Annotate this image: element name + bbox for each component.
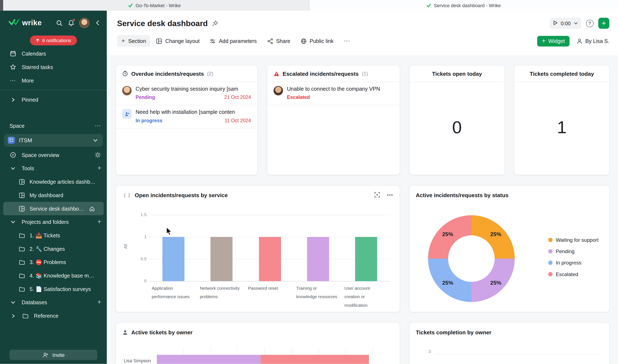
add-project-icon[interactable]: + [97, 218, 101, 226]
sidebar-item-space-overview[interactable]: Space overview [0, 148, 107, 162]
user-avatar[interactable] [79, 18, 90, 28]
chevron-right-icon [10, 96, 17, 103]
space-selector[interactable]: ITSM [4, 134, 103, 147]
change-layout-label: Change layout [165, 38, 200, 44]
pin-icon[interactable] [212, 20, 218, 27]
sidebar-item-tickets[interactable]: 1. 📥 Tickets [0, 229, 107, 242]
add-widget-button[interactable]: + Widget [537, 36, 570, 47]
widget-escalated-incidents: Escalated incidents/requests (1) Unable … [267, 65, 400, 175]
sidebar-section-tools[interactable]: Tools + [0, 162, 107, 175]
browser-tab-go-to-market[interactable]: Go-To-Market - Wrike [0, 0, 309, 11]
x-tick: Application performance issues [149, 284, 197, 310]
ticket-row[interactable]: Unable to connect to the company VPN Esc… [267, 82, 400, 105]
browser-tab-service-desk[interactable]: Service desk dashboard - Wrike [309, 0, 618, 11]
sidebar-section-pinned[interactable]: Pinned [0, 93, 107, 106]
notifications-pill[interactable]: 6 notifications [30, 36, 77, 45]
sidebar-item-calendars[interactable]: Calendars [0, 47, 107, 60]
x-tick: User account creation or modification [342, 284, 390, 310]
dashboard-icon [18, 205, 25, 212]
add-section-button[interactable]: + Section [117, 35, 150, 47]
focus-mode-icon[interactable] [374, 192, 380, 199]
assignee-avatar [122, 86, 132, 95]
invite-button[interactable]: Invite [10, 350, 97, 360]
folder-icon [18, 245, 25, 252]
sidebar-section-space[interactable]: Space ⋯ [0, 119, 107, 132]
space-more-icon[interactable]: ⋯ [95, 123, 101, 129]
ticket-row[interactable]: Cyber security training session inquiry … [116, 82, 258, 105]
add-parameters-button[interactable]: Add parameters [206, 35, 261, 47]
projects-label: Projects and folders [22, 219, 69, 225]
sidebar-item-label: 5. 📄 Satisfaction surveys [30, 286, 91, 292]
status-badge: Pending [136, 95, 155, 100]
sidebar-item-label: 4. 📚 Knowledge base m… [30, 273, 94, 279]
dashboard-owner[interactable]: By Lisa S. [577, 38, 609, 44]
legend-item-pending[interactable]: Pending [548, 248, 598, 254]
folder-icon [22, 312, 29, 319]
ticket-title: Unable to connect to the company VPN [287, 86, 393, 92]
sidebar-item-service-desk-dashboard[interactable]: Service desk dashbo… [3, 202, 104, 215]
notification-dot [73, 18, 75, 21]
bar-password-reset[interactable] [259, 237, 281, 281]
search-icon[interactable] [55, 19, 63, 26]
x-tick: Training or knowledge resources [294, 284, 342, 310]
sidebar-item-knowledge-base[interactable]: 4. 📚 Knowledge base m… [0, 269, 107, 282]
x-axis-labels: Application performance issues Network c… [149, 284, 390, 310]
widget-menu-icon[interactable]: ⋯ [387, 192, 393, 198]
space-avatar-icon [8, 137, 15, 144]
status-badge: Escalated [287, 95, 310, 100]
add-database-icon[interactable]: + [97, 298, 101, 306]
x-tick: Network connectivity problems [197, 284, 246, 310]
calendar-icon [10, 50, 17, 57]
widget-active-by-status: Active incidents/requests by status 25% … [409, 185, 610, 312]
person-plus-icon [124, 111, 129, 116]
drag-handle-icon[interactable]: ⋮⋮ [122, 192, 131, 198]
sidebar-item-satisfaction-surveys[interactable]: 5. 📄 Satisfaction surveys [0, 282, 107, 296]
home-icon [89, 205, 96, 212]
timer-control[interactable]: 0:00 [550, 18, 581, 29]
legend-label: Escalated [556, 271, 578, 277]
sidebar-item-label: Calendars [22, 51, 46, 57]
sidebar-section-projects[interactable]: Projects and folders + [0, 215, 107, 229]
bar-user-account[interactable] [355, 237, 377, 281]
x-tick: Password reset [246, 284, 294, 310]
toolbar-more-button[interactable]: ⋯ [339, 35, 355, 47]
owner-bar-segment-purple[interactable] [157, 355, 261, 364]
y-tick: 0 [132, 278, 147, 283]
bar-application-performance[interactable] [162, 237, 184, 281]
person-icon [577, 38, 583, 44]
sidebar-section-databases[interactable]: Databases + [0, 296, 107, 309]
help-icon[interactable]: ? [586, 20, 594, 27]
person-plus-icon [42, 351, 49, 358]
sidebar-item-more[interactable]: ⋯ More [0, 74, 107, 87]
chevron-down-icon [10, 165, 17, 172]
owner-bar-segment-red[interactable] [261, 355, 369, 364]
sidebar: wrike 6 notifications [0, 11, 107, 364]
sidebar-item-changes[interactable]: 2. 🔧 Changes [0, 242, 107, 255]
change-layout-button[interactable]: Change layout [152, 35, 204, 47]
sidebar-item-reference[interactable]: Reference [0, 309, 107, 323]
sidebar-item-problems[interactable]: 3. ⛔ Problems [0, 255, 107, 269]
add-tool-icon[interactable]: + [97, 164, 101, 172]
assignee-avatar-placeholder [122, 109, 132, 119]
bar-network-connectivity[interactable] [211, 237, 233, 281]
sidebar-item-label: My dashboard [30, 192, 63, 198]
share-button[interactable]: Share [263, 35, 295, 47]
wrike-logo[interactable]: wrike [9, 18, 42, 27]
chevron-down-icon[interactable] [574, 20, 578, 26]
gear-icon[interactable] [94, 152, 101, 159]
sidebar-item-my-dashboard[interactable]: My dashboard [0, 189, 107, 202]
sidebar-item-knowledge-articles-dashboard[interactable]: Knowledge articles dashb… [0, 175, 107, 189]
ticket-row[interactable]: Need help with installation [sample cont… [116, 105, 258, 129]
legend-item-waiting[interactable]: Waiting for support [548, 237, 598, 243]
databases-label: Databases [22, 299, 47, 305]
sidebar-item-starred-tasks[interactable]: Starred tasks [0, 60, 107, 74]
legend-item-in-progress[interactable]: In progress [548, 260, 598, 266]
bar-training-knowledge[interactable] [307, 237, 329, 281]
legend-item-escalated[interactable]: Escalated [548, 271, 598, 277]
notifications-bell-icon[interactable] [67, 19, 75, 26]
create-new-button[interactable]: + [598, 18, 609, 29]
public-link-button[interactable]: Public link [296, 35, 338, 47]
play-icon[interactable] [553, 20, 558, 26]
wrike-favicon [128, 3, 133, 8]
collapse-sidebar-icon[interactable] [94, 19, 101, 26]
